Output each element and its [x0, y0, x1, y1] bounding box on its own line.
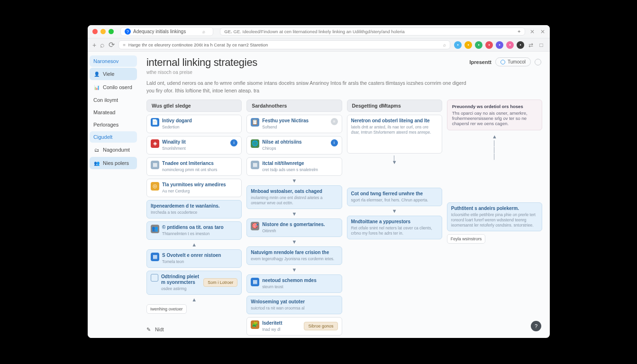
- sidebar-item[interactable]: Perlorages: [90, 119, 137, 130]
- flow-card[interactable]: Wnloseming yat outotersuicrtod ra nit wa…: [246, 296, 342, 314]
- route-tag[interactable]: Iwenhing ovetoer: [146, 304, 187, 314]
- column-header: Sardahnothers: [246, 100, 342, 112]
- column-header: Desgetting dMtapms: [347, 100, 442, 112]
- arrow-down-icon: ▼: [246, 212, 342, 216]
- sidebar-item[interactable]: Cigudelt: [90, 131, 137, 143]
- card-chip[interactable]: Sibroe gonos: [304, 322, 337, 330]
- flow-card[interactable]: Natuvigm nrendole fare crision theevem t…: [246, 246, 342, 265]
- flow-card[interactable]: 📋Festhu yove NictirasSofsend≡: [246, 115, 342, 133]
- sparkle-icon[interactable]: ✦: [517, 29, 521, 34]
- flow-card[interactable]: 📄Intivy dogardSedertion: [146, 115, 242, 133]
- titlebar: ? Adequacy initials linkings ⌕ GE. GE. I…: [88, 25, 550, 38]
- card-title: Nilse at ohtrisiins: [262, 139, 328, 145]
- card-icon: 📄: [151, 118, 159, 127]
- square-icon: [151, 274, 158, 282]
- sidebar-icon: 👥: [93, 160, 100, 166]
- sidebar-item[interactable]: Naronesov: [90, 55, 137, 67]
- arrow-up-icon: ▲: [146, 243, 242, 246]
- card-title: S Ovotvelt e onrer nistoen: [162, 253, 237, 258]
- close-panel-icon[interactable]: ✕: [530, 28, 535, 35]
- flow-card[interactable]: Mnboad wstoalser, oats chagedinolantmg m…: [246, 185, 342, 209]
- card-title: Wnloseming yat outoter: [251, 299, 337, 305]
- flow-card[interactable]: Mndtoittane a yppurestorsRet otfale snin…: [347, 216, 442, 239]
- extension-icon[interactable]: •: [485, 41, 493, 49]
- extension-icon[interactable]: •: [454, 41, 462, 49]
- omnibox-title[interactable]: GE. GE. Ideoleed/Findown at cen liternat…: [220, 27, 525, 36]
- address-bar[interactable]: ≡ Harge thr ce eleurery continotee 206t …: [118, 40, 450, 49]
- status-circle-icon[interactable]: [535, 59, 541, 65]
- sidebar-item[interactable]: 👥Nies polers: [90, 157, 137, 169]
- card-title: Mndtoittane a yppurestors: [351, 219, 438, 225]
- flow-board: Wus gtlel sledge📄Intivy dogardSedertion◈…: [146, 100, 542, 336]
- toolbar: + ⌕ ⟳ ≡ Harge thr ce eleurery continotee…: [88, 38, 550, 52]
- card-sub: Snonlshment: [162, 146, 228, 151]
- card-sub: inolantmg mntn one ent distnrd aitetes a…: [251, 195, 337, 206]
- extension-icon[interactable]: •: [475, 41, 482, 49]
- toolbar-icon[interactable]: ⇄: [527, 41, 535, 49]
- arrow-up-icon: ▲: [146, 298, 242, 301]
- flow-card[interactable]: Odtrinding pleiet m syonrmctersosdee ast…: [146, 271, 242, 295]
- flow-card[interactable]: ▦Tnadee ont Imiteriancsnominclerog pmm n…: [146, 157, 242, 176]
- browser-tab[interactable]: ? Adequacy initials linkings ⌕: [120, 27, 213, 36]
- extension-icon[interactable]: •: [517, 41, 524, 49]
- card-icon: ◈: [151, 139, 159, 148]
- sidebar-label: Conilo oserd: [103, 84, 132, 90]
- flow-card[interactable]: ◎Tla yurmitoes wiry amediresAu ner Cerdu…: [146, 179, 242, 197]
- flow-card[interactable]: ▦S Ovotvelt e onrer nistoenTomela teon: [146, 249, 242, 268]
- flow-card[interactable]: ▦itctal nit/tilwnretgecret tsdp ads usen…: [246, 157, 342, 176]
- flow-card[interactable]: Puthtitent s andeirs polekerm.Icloorsith…: [447, 202, 542, 231]
- pill-dot-icon: [500, 60, 505, 64]
- flow-card[interactable]: 🌐Nilse at ohtrisiinsChiropsi: [246, 136, 342, 155]
- help-fab[interactable]: ?: [531, 321, 541, 331]
- sidebar-label: Nagondumt: [103, 147, 130, 153]
- search-icon[interactable]: ⌕: [202, 29, 205, 34]
- page-intro: Lald ont, udend nerors oa ane fo wmre om…: [146, 80, 469, 95]
- sidebar-label: Cigudelt: [93, 134, 112, 140]
- card-title: Mnboad wstoalser, oats chaged: [251, 189, 337, 194]
- sidebar-item[interactable]: 📊Conilo oserd: [90, 81, 137, 93]
- card-sub: Au ner Cerdurg: [162, 189, 237, 194]
- reload-icon[interactable]: ⟳: [109, 40, 115, 49]
- arrow-down-icon: ▼: [246, 179, 342, 182]
- tab-favicon: ?: [125, 28, 131, 35]
- card-icon: ▦: [251, 278, 259, 286]
- card-sub: Sofsend: [262, 125, 328, 130]
- footer-icon: ✎: [145, 326, 152, 333]
- sidebar-item[interactable]: 👤Viele: [90, 68, 137, 80]
- extension-icon[interactable]: •: [464, 41, 472, 49]
- card-chip[interactable]: Som i Lotroer: [203, 278, 237, 287]
- card-icon: 👥: [151, 225, 159, 233]
- sidebar-item[interactable]: Maratead: [90, 107, 137, 118]
- flow-card[interactable]: 🎯Nistore dne s gomertarines.Oitinmh: [246, 218, 342, 237]
- flow-card[interactable]: 👥© pntidiens oa tit. oras taroThtannelmt…: [146, 221, 242, 240]
- flow-card[interactable]: Itpeneardemen d te wanlanins.Inrcheda a …: [146, 200, 242, 218]
- card-sub: Icloorsithe ettle petthbre pina phie on …: [451, 212, 538, 228]
- close-dot[interactable]: [92, 29, 98, 34]
- sidebar-item[interactable]: Con iloymt: [90, 94, 137, 106]
- flow-card[interactable]: Cot ond twng fierred urwhre thesgort rla…: [347, 188, 442, 206]
- card-sub: osdee astirmg: [161, 286, 200, 291]
- column-header: Wus gtlel sledge: [146, 100, 242, 112]
- tag-card[interactable]: Feyla wsInstrors: [447, 234, 486, 244]
- minimize-dot[interactable]: [100, 29, 106, 34]
- extension-icon[interactable]: •: [496, 41, 503, 49]
- card-icon: 🧩: [251, 320, 259, 329]
- card-icon: ▦: [151, 253, 159, 261]
- card-badge-icon: ≡: [331, 118, 338, 125]
- close-window-icon[interactable]: ✕: [540, 28, 545, 35]
- omni-prefix: GE.: [224, 29, 232, 34]
- card-title: Tla yurmitoes wiry amedires: [162, 182, 237, 188]
- card-title: neetoud schemon mdes: [262, 278, 337, 283]
- mode-pill[interactable]: Tumocol: [495, 57, 531, 66]
- zoom-dot[interactable]: [109, 29, 114, 34]
- flow-card[interactable]: 🧩IsderitettInad wy dlSibroe gonos: [246, 317, 342, 336]
- flow-card[interactable]: ◈Winality litSnonlshmenti: [146, 136, 242, 155]
- search-icon[interactable]: ⌕: [100, 41, 105, 49]
- search-icon[interactable]: ⌕: [443, 42, 446, 47]
- new-tab-icon[interactable]: +: [92, 41, 96, 49]
- extension-icon[interactable]: •: [506, 41, 514, 49]
- toolbar-icon[interactable]: □: [537, 41, 545, 49]
- sidebar-item[interactable]: 🗂Nagondumt: [90, 144, 137, 156]
- flow-card[interactable]: ▦neetoud schemon mdessteurn teost: [246, 274, 342, 293]
- traffic-lights[interactable]: [92, 29, 114, 34]
